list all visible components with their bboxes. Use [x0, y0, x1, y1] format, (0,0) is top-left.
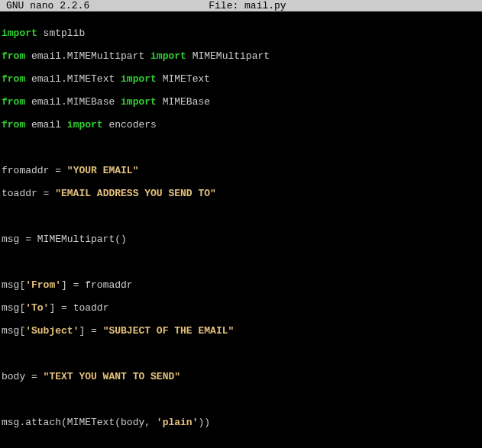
code-line: msg.attach(MIMEText(body, 'plain')) [2, 417, 480, 428]
code-line: from email.MIMEBase import MIMEBase [2, 96, 480, 108]
blank-line [2, 142, 480, 153]
code-line: body = "TEXT YOU WANT TO SEND" [2, 371, 480, 382]
code-line: from email import encoders [2, 119, 480, 131]
code-line: fromaddr = "YOUR EMAIL" [2, 165, 480, 176]
code-line: msg['Subject'] = "SUBJECT OF THE EMAIL" [2, 325, 480, 337]
blank-line [2, 440, 480, 448]
editor-titlebar: GNU nano 2.2.6 File: mail.py [0, 0, 482, 11]
app-name: GNU nano 2.2.6 [6, 0, 89, 11]
editor-content[interactable]: import smtplib from email.MIMEMultipart … [0, 11, 482, 448]
code-line: toaddr = "EMAIL ADDRESS YOU SEND TO" [2, 188, 480, 199]
code-line: from email.MIMEMultipart import MIMEMult… [2, 50, 480, 62]
code-line: msg['To'] = toaddr [2, 302, 480, 314]
blank-line [2, 211, 480, 222]
code-line: msg['From'] = fromaddr [2, 279, 480, 291]
code-line: import smtplib [2, 27, 480, 39]
code-line: msg = MIMEMultipart() [2, 234, 480, 245]
blank-line [2, 348, 480, 359]
blank-line [2, 394, 480, 405]
blank-line [2, 256, 480, 268]
code-line: from email.MIMEText import MIMEText [2, 73, 480, 85]
file-label: File: mail.py [209, 0, 286, 11]
